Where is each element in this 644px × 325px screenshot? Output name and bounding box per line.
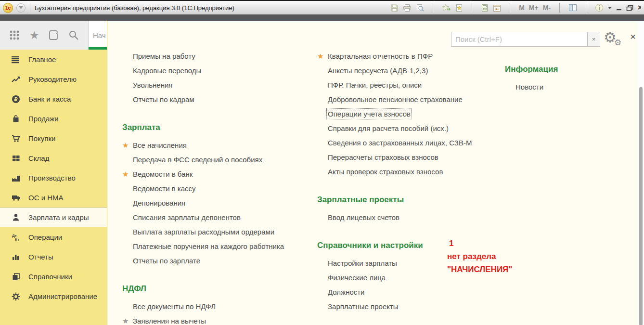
menu-link-label: Справки для расчета пособий (исх.) — [328, 124, 449, 132]
settings-gears-icon[interactable] — [603, 29, 622, 48]
favorite-star-icon[interactable] — [317, 49, 327, 64]
menu-link[interactable]: Передача в ФСС сведений о пособиях — [122, 153, 312, 167]
menu-link[interactable]: Ввод лицевых счетов — [317, 210, 507, 225]
sidebar-item-administration[interactable]: Администрирование — [0, 286, 107, 306]
menu-column: ИнформацияНовости — [505, 62, 640, 108]
menu-column: Приемы на работуКадровые переводыУвольне… — [122, 49, 312, 325]
favorite-star-icon[interactable] — [122, 314, 132, 325]
sidebar-item-main[interactable]: Главное — [0, 50, 107, 69]
menu-link[interactable]: Акты проверок страховых взносов — [317, 165, 507, 179]
restore-button[interactable] — [626, 5, 633, 11]
divider — [510, 3, 510, 13]
annotation-number: 1 — [447, 237, 512, 250]
menu-link[interactable]: Должности — [317, 285, 507, 299]
grid-icon — [10, 155, 22, 162]
menu-link[interactable]: Отчеты по кадрам — [122, 92, 312, 107]
menu-link[interactable]: Справки для расчета пособий (исх.) — [317, 121, 507, 136]
scrollbar-thumb[interactable] — [639, 87, 643, 325]
menu-link[interactable]: Операции учета взносов — [317, 107, 507, 121]
menu-link-label: Сведения о застрахованных лицах, СЗВ-М — [328, 139, 472, 147]
history-icon[interactable] — [48, 29, 59, 41]
sidebar-item-label: Покупки — [28, 134, 55, 143]
tab-start-page[interactable]: Нач — [88, 21, 107, 50]
info-dropdown-chevron-icon[interactable] — [608, 7, 612, 9]
menu-link[interactable]: Ведомости в банк — [122, 167, 312, 182]
menu-link-label: Должности — [328, 288, 365, 296]
menu-search: × — [451, 32, 600, 47]
sidebar-item-label: Продажи — [28, 115, 59, 123]
annotation-line: нет раздела — [447, 250, 512, 263]
search-icon[interactable] — [68, 29, 79, 41]
menu-link-label: Депонирования — [133, 199, 185, 207]
svg-text:Кт: Кт — [15, 237, 19, 242]
menu-section: ЗарплатаВсе начисленияПередача в ФСС све… — [122, 120, 312, 268]
sidebar-item-directories[interactable]: Справочники — [0, 267, 107, 286]
truck-icon — [10, 194, 22, 201]
person-icon — [10, 213, 22, 221]
menu-link[interactable]: Приемы на работу — [122, 49, 312, 64]
menu-link[interactable]: Отчеты по зарплате — [122, 254, 312, 268]
scrollbar-track[interactable] — [638, 21, 644, 325]
menu-section: Квартальная отчетность в ПФРАнкеты персу… — [317, 49, 507, 179]
print-icon[interactable] — [403, 4, 412, 12]
favorite-star-icon[interactable] — [122, 167, 132, 182]
sidebar-item-purchases[interactable]: Покупки — [0, 129, 107, 148]
menu-link[interactable]: Сведения о застрахованных лицах, СЗВ-М — [317, 136, 507, 150]
favorite-star-icon[interactable] — [122, 138, 132, 153]
memory-add-button[interactable]: M+ — [529, 4, 539, 12]
menu-link[interactable]: Заявления на вычеты — [122, 314, 312, 325]
menu-link[interactable]: Все документы по НДФЛ — [122, 299, 312, 314]
search-clear-button[interactable]: × — [588, 32, 600, 47]
menu-link[interactable]: Депонирования — [122, 196, 312, 210]
menu-link[interactable]: Перерасчеты страховых взносов — [317, 150, 507, 165]
menu-link[interactable]: Платежные поручения на каждого работника — [122, 239, 312, 254]
favorites-icon[interactable] — [29, 29, 39, 42]
window-frame-band — [0, 14, 644, 21]
info-icon[interactable] — [595, 3, 604, 12]
menu-link[interactable]: Все начисления — [122, 138, 312, 153]
menu-link[interactable]: Ведомости в кассу — [122, 182, 312, 196]
print-preview-icon[interactable] — [416, 4, 424, 12]
save-icon[interactable] — [390, 4, 399, 12]
calendar-icon[interactable]: 31 — [493, 4, 501, 12]
menu-link[interactable]: ПФР. Пачки, реестры, описи — [317, 78, 507, 92]
chart-icon — [10, 253, 22, 260]
split-window-icon[interactable] — [568, 4, 577, 12]
menu-link-label: Анкеты персучета (АДВ-1,2,3) — [328, 66, 428, 75]
sidebar-item-manager[interactable]: Руководителю — [0, 69, 107, 89]
memory-subtract-button[interactable]: M- — [543, 4, 551, 12]
close-button[interactable]: × — [638, 3, 641, 12]
svg-text:₽: ₽ — [14, 96, 18, 102]
svg-text:31: 31 — [495, 7, 499, 11]
sidebar-item-label: Производство — [28, 174, 76, 182]
menu-link[interactable]: Кадровые переводы — [122, 64, 312, 78]
section-header: Зарплатные проекты — [317, 193, 507, 207]
apps-menu-icon[interactable] — [9, 29, 20, 41]
favorites-icon[interactable] — [455, 4, 463, 12]
section-header: НДФЛ — [122, 282, 312, 296]
menu-section: Приемы на работуКадровые переводыУвольне… — [122, 49, 312, 107]
sidebar-item-bank-cash[interactable]: ₽Банк и касса — [0, 89, 107, 109]
menu-link[interactable]: Зарплатные проекты — [317, 299, 507, 314]
sidebar-item-salary-hr[interactable]: Зарплата и кадры — [0, 208, 107, 227]
add-to-favorites-icon[interactable] — [442, 4, 451, 12]
menu-link[interactable]: Квартальная отчетность в ПФР — [317, 49, 507, 64]
sidebar-item-sales[interactable]: Продажи — [0, 109, 107, 129]
sidebar-item-warehouse[interactable]: Склад — [0, 148, 107, 168]
menu-link[interactable]: Добровольное пенсионное страхование — [317, 92, 507, 107]
menu-link[interactable]: Увольнения — [122, 78, 312, 92]
panel-close-button[interactable]: × — [630, 31, 636, 42]
menu-link[interactable]: Анкеты персучета (АДВ-1,2,3) — [317, 64, 507, 78]
memory-recall-button[interactable]: M — [519, 4, 525, 12]
menu-link[interactable]: Новости — [505, 80, 640, 94]
menu-link[interactable]: Списания зарплаты депонентов — [122, 210, 312, 225]
sidebar-item-reports[interactable]: Отчеты — [0, 247, 107, 267]
sidebar-item-production[interactable]: Производство — [0, 168, 107, 188]
search-input[interactable] — [451, 32, 588, 47]
sidebar-item-fixed-assets[interactable]: ОС и НМА — [0, 188, 107, 208]
minimize-button[interactable] — [616, 5, 622, 11]
sidebar-item-operations[interactable]: ДтКтОперации — [0, 227, 107, 247]
main-menu-arrow-button[interactable] — [16, 3, 26, 13]
calculator-icon[interactable] — [481, 4, 489, 12]
menu-link[interactable]: Выплата зарплаты расходными ордерами — [122, 225, 312, 239]
